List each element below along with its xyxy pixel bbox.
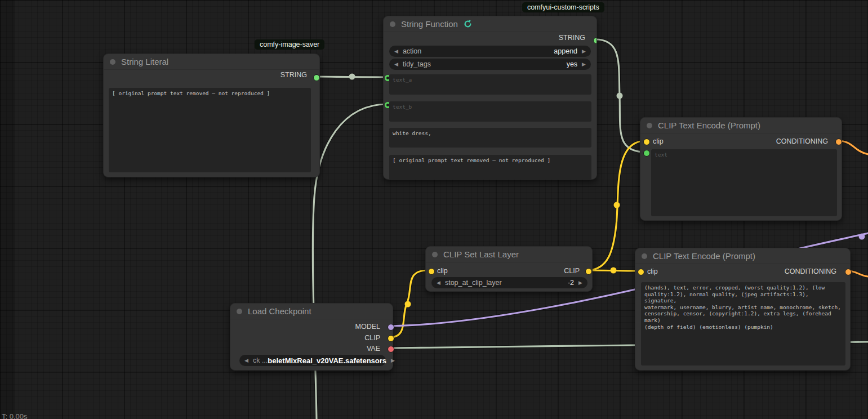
node-source-badge: comfyui-custom-scripts — [522, 2, 604, 12]
arrow-right-icon[interactable]: ▶ — [391, 358, 395, 363]
negative-prompt-textarea[interactable]: (hands), text, error, cropped, (worst qu… — [641, 282, 845, 365]
widget-name: ck ... — [253, 356, 268, 364]
link-dot — [405, 301, 411, 307]
node-title: String Literal — [121, 57, 168, 66]
string-function-header[interactable]: String Function — [384, 16, 597, 32]
clip-set-last-layer-node[interactable]: CLIP Set Last Layer clip CLIP ◀ stop_at_… — [425, 246, 593, 292]
node-title: String Function — [401, 19, 458, 29]
string-function-node[interactable]: String Function STRING ◀ action append ▶… — [383, 16, 597, 180]
arrow-right-icon[interactable]: ▶ — [582, 49, 586, 54]
link-dot — [617, 93, 623, 99]
vae-output-port[interactable] — [388, 346, 394, 353]
model-output-port[interactable] — [388, 324, 394, 331]
conditioning-output-label: CONDITIONING — [785, 268, 836, 275]
conditioning-output-port[interactable] — [845, 269, 852, 275]
arrow-right-icon[interactable]: ▶ — [578, 280, 582, 286]
arrow-left-icon[interactable]: ◀ — [244, 358, 248, 363]
clip-set-last-layer-header[interactable]: CLIP Set Last Layer — [426, 247, 592, 262]
load-checkpoint-node[interactable]: Load Checkpoint MODEL CLIP VAE ◀ ck ... … — [230, 303, 393, 371]
string-literal-textarea[interactable]: [ original prompt text removed — not rep… — [109, 88, 311, 172]
clip-text-encode-header[interactable]: CLIP Text Encode (Prompt) — [640, 118, 842, 133]
widget-value: append — [554, 47, 577, 55]
text-b-placeholder: text_b — [393, 104, 412, 110]
link-dot — [859, 234, 865, 240]
collapse-dot-icon[interactable] — [432, 252, 438, 257]
clip-output-port[interactable] — [388, 335, 394, 342]
clip-input-label: clip — [653, 137, 664, 145]
widget-name: stop_at_clip_layer — [445, 279, 568, 287]
node-title: CLIP Set Last Layer — [443, 249, 519, 259]
text-b-textarea[interactable]: text_b — [389, 101, 591, 122]
text-placeholder: text — [655, 151, 667, 158]
clip-output-label: CLIP — [564, 267, 580, 275]
node-title: CLIP Text Encode (Prompt) — [653, 251, 755, 261]
clip-text-encode-header[interactable]: CLIP Text Encode (Prompt) — [635, 248, 850, 264]
timing-status-text: T: 0.00s — [2, 412, 28, 419]
vae-output-label: VAE — [367, 345, 380, 353]
arrow-right-icon[interactable]: ▶ — [582, 62, 586, 67]
arrow-left-icon[interactable]: ◀ — [437, 280, 440, 286]
text-a-textarea[interactable]: text_a — [389, 74, 591, 95]
collapse-dot-icon[interactable] — [110, 59, 115, 65]
clip-output-port[interactable] — [585, 268, 592, 275]
node-source-badge: comfy-image-saver — [255, 39, 324, 50]
action-widget[interactable]: ◀ action append ▶ — [389, 46, 591, 57]
clip-text-encode-bottom-node[interactable]: CLIP Text Encode (Prompt) clip CONDITION… — [635, 248, 851, 371]
conditioning-output-label: CONDITIONING — [776, 137, 828, 145]
text-textarea[interactable]: text — [651, 149, 837, 216]
graph-canvas[interactable]: String Literal STRING [ original prompt … — [0, 0, 868, 419]
clip-input-port[interactable] — [643, 139, 650, 145]
ckpt-name-widget[interactable]: ◀ ck ... beletMixReal_v20VAE.safetensors… — [239, 355, 386, 366]
string-output-port[interactable] — [313, 74, 320, 81]
wire-offscreen-to-text-b — [313, 104, 387, 419]
string-output-port[interactable] — [593, 37, 597, 44]
clip-input-label: clip — [647, 268, 658, 275]
collapse-dot-icon[interactable] — [237, 309, 242, 314]
string-output-label: STRING — [559, 34, 585, 42]
text-input-port[interactable] — [643, 150, 650, 157]
widget-name: tidy_tags — [403, 60, 567, 68]
custom-scripts-icon — [464, 20, 472, 28]
string-output-label: STRING — [281, 71, 307, 79]
tidy-tags-widget[interactable]: ◀ tidy_tags yes ▶ — [389, 59, 591, 70]
clip-output-label: CLIP — [364, 334, 380, 342]
clip-input-port[interactable] — [428, 268, 435, 275]
widget-name: action — [403, 47, 554, 55]
string-literal-header[interactable]: String Literal — [104, 54, 319, 70]
model-output-label: MODEL — [355, 323, 380, 331]
clip-input-port[interactable] — [638, 269, 644, 275]
clip-input-label: clip — [437, 267, 448, 275]
clip-text-encode-top-node[interactable]: CLIP Text Encode (Prompt) clip CONDITION… — [640, 117, 842, 221]
collapse-dot-icon[interactable] — [390, 21, 395, 27]
widget-value: beletMixReal_v20VAE.safetensors — [268, 356, 386, 365]
string-literal-node[interactable]: String Literal STRING [ original prompt … — [103, 54, 320, 177]
text-a-placeholder: text_a — [393, 77, 412, 83]
load-checkpoint-header[interactable]: Load Checkpoint — [230, 304, 393, 319]
arrow-left-icon[interactable]: ◀ — [394, 49, 398, 54]
collapse-dot-icon[interactable] — [642, 253, 647, 259]
link-dot — [349, 74, 355, 80]
result-preview-textarea[interactable]: [ original prompt text removed — not rep… — [389, 155, 591, 180]
widget-value: -2 — [568, 279, 574, 287]
node-title: Load Checkpoint — [248, 306, 311, 316]
collapse-dot-icon[interactable] — [647, 123, 652, 128]
widget-value: yes — [567, 60, 577, 68]
text-c-textarea[interactable]: white dress, — [389, 128, 591, 148]
stop-at-clip-layer-widget[interactable]: ◀ stop_at_clip_layer -2 ▶ — [431, 277, 587, 288]
node-title: CLIP Text Encode (Prompt) — [658, 121, 760, 130]
link-dot — [614, 202, 620, 208]
arrow-left-icon[interactable]: ◀ — [394, 62, 398, 67]
link-dot — [611, 268, 617, 274]
conditioning-output-port[interactable] — [835, 139, 842, 145]
